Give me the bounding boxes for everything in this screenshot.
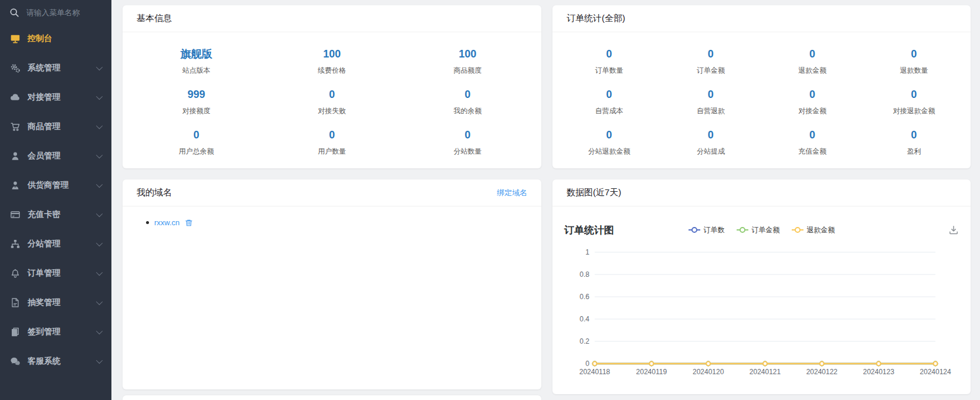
stat-label: 对接额度 bbox=[128, 106, 264, 116]
svg-text:20240121: 20240121 bbox=[750, 368, 781, 376]
sidebar-item-label: 订单管理 bbox=[28, 268, 60, 279]
sidebar-item[interactable]: 客服系统 bbox=[0, 347, 111, 376]
svg-text:0.8: 0.8 bbox=[579, 270, 589, 279]
stat-label: 充值金额 bbox=[762, 147, 863, 157]
card-title: 我的域名 bbox=[137, 187, 172, 198]
stat-label: 分站退款金额 bbox=[558, 147, 660, 157]
chevron-down-icon bbox=[96, 152, 103, 158]
sidebar-item-label: 供货商管理 bbox=[28, 180, 69, 191]
stat-cell: 0 自营退款 bbox=[660, 89, 761, 116]
stat-cell: 0 对接失败 bbox=[264, 89, 399, 116]
sidebar-item-label: 抽奖管理 bbox=[28, 297, 60, 308]
stat-cell: 0 分站数量 bbox=[400, 129, 535, 157]
chart-card: 数据图(近7天) 订单统计图 订单数 订单金额 bbox=[552, 179, 971, 394]
basic-info-stats: 旗舰版 站点版本 100 续费价格 100 商品额度 999 对接额度 0 对接… bbox=[123, 32, 541, 167]
bell-icon bbox=[10, 268, 21, 279]
legend-item[interactable]: 退款金额 bbox=[792, 225, 835, 235]
card-title: 基本信息 bbox=[137, 13, 172, 24]
lottery-file-icon bbox=[10, 297, 21, 308]
sign-in-icon bbox=[10, 327, 21, 337]
gears-icon bbox=[10, 63, 21, 73]
svg-text:20240120: 20240120 bbox=[693, 368, 724, 376]
sidebar-item[interactable]: 充值卡密 bbox=[0, 200, 111, 229]
stat-cell: 100 续费价格 bbox=[264, 48, 399, 76]
sidebar-item[interactable]: 商品管理 bbox=[0, 112, 111, 141]
stat-value: 100 bbox=[400, 48, 535, 60]
stat-cell: 0 对接退款金额 bbox=[863, 89, 965, 116]
next-card-peek bbox=[123, 395, 541, 400]
legend-label: 订单数 bbox=[704, 225, 725, 235]
legend-item[interactable]: 订单数 bbox=[689, 225, 725, 235]
stat-value: 0 bbox=[762, 48, 863, 60]
svg-text:0: 0 bbox=[585, 360, 589, 368]
monitor-icon bbox=[10, 33, 21, 44]
trash-icon[interactable] bbox=[185, 219, 193, 227]
sidebar-item-label: 会员管理 bbox=[28, 151, 60, 161]
svg-text:0.6: 0.6 bbox=[579, 293, 589, 301]
card-title: 数据图(近7天) bbox=[567, 187, 621, 198]
stat-value: 0 bbox=[264, 129, 399, 141]
stat-label: 退款金额 bbox=[762, 66, 863, 76]
sidebar-item[interactable]: 供货商管理 bbox=[0, 171, 111, 200]
sidebar-item[interactable]: 分站管理 bbox=[0, 229, 111, 259]
legend-label: 退款金额 bbox=[807, 225, 835, 235]
chevron-down-icon bbox=[96, 64, 103, 70]
legend-item[interactable]: 订单金额 bbox=[737, 225, 780, 235]
chart-legend: 订单数 订单金额 退款金额 bbox=[689, 225, 835, 235]
stat-label: 分站数量 bbox=[400, 147, 535, 157]
domains-header: 我的域名 绑定域名 bbox=[123, 179, 541, 206]
main-content: 基本信息 旗舰版 站点版本 100 续费价格 100 商品额度 999 对接额度 bbox=[111, 0, 980, 400]
stat-value: 0 bbox=[264, 89, 399, 100]
sidebar-item[interactable]: 订单管理 bbox=[0, 259, 111, 288]
svg-text:20240123: 20240123 bbox=[863, 368, 894, 376]
stat-value: 0 bbox=[762, 89, 863, 100]
credit-card-icon bbox=[10, 209, 21, 220]
stat-value: 0 bbox=[558, 48, 660, 60]
stat-value: 0 bbox=[128, 129, 264, 141]
chevron-down-icon bbox=[96, 93, 103, 100]
stat-value: 0 bbox=[863, 89, 965, 100]
sidebar-item[interactable]: 签到管理 bbox=[0, 317, 111, 347]
domain-link[interactable]: rxxw.cn bbox=[154, 218, 179, 227]
sidebar-item[interactable]: 控制台 bbox=[0, 24, 111, 53]
sidebar-item[interactable]: 抽奖管理 bbox=[0, 288, 111, 317]
stat-value: 0 bbox=[660, 48, 761, 60]
order-stats-grid: 0 订单数量 0 订单金额 0 退款金额 0 退款数量 0 自营成本 bbox=[552, 32, 971, 167]
stat-value: 0 bbox=[660, 129, 761, 141]
cloud-icon bbox=[10, 92, 21, 103]
stat-cell: 0 退款金额 bbox=[762, 48, 863, 76]
stat-value: 0 bbox=[558, 129, 660, 141]
sidebar-nav: 控制台 系统管理 对接管理 商品管理 会员管理 bbox=[0, 24, 111, 400]
sidebar-item-label: 对接管理 bbox=[28, 92, 60, 103]
sidebar-item[interactable]: 会员管理 bbox=[0, 141, 111, 171]
stat-cell: 0 自营成本 bbox=[558, 89, 660, 116]
stat-label: 我的余额 bbox=[400, 106, 535, 116]
stat-label: 自营退款 bbox=[660, 106, 761, 116]
chart-body: 订单统计图 订单数 订单金额 退款金额 bbox=[552, 206, 971, 386]
supplier-icon bbox=[10, 180, 21, 191]
stat-value: 0 bbox=[400, 129, 535, 141]
stat-cell: 100 商品额度 bbox=[400, 48, 535, 76]
sidebar-item[interactable]: 对接管理 bbox=[0, 83, 111, 112]
chevron-down-icon bbox=[96, 240, 103, 246]
stat-value: 0 bbox=[863, 48, 965, 60]
basic-info-header: 基本信息 bbox=[123, 5, 541, 32]
stat-value: 0 bbox=[762, 129, 863, 141]
card-title: 订单统计(全部) bbox=[567, 13, 625, 24]
bind-domain-link[interactable]: 绑定域名 bbox=[497, 188, 527, 198]
legend-label: 订单金额 bbox=[752, 225, 780, 235]
stat-label: 对接金额 bbox=[762, 106, 863, 116]
stat-cell: 0 退款数量 bbox=[863, 48, 965, 76]
basic-info-card: 基本信息 旗舰版 站点版本 100 续费价格 100 商品额度 999 对接额度 bbox=[123, 5, 541, 168]
sidebar-item-label: 分站管理 bbox=[28, 239, 60, 249]
stat-cell: 0 对接金额 bbox=[762, 89, 863, 116]
stat-label: 续费价格 bbox=[264, 66, 399, 76]
svg-text:20240119: 20240119 bbox=[636, 368, 667, 376]
stat-cell: 0 我的余额 bbox=[400, 89, 535, 116]
download-icon[interactable] bbox=[948, 225, 959, 235]
chart-head: 订单统计图 订单数 订单金额 退款金额 bbox=[564, 223, 959, 237]
stat-cell: 0 分站提成 bbox=[660, 129, 761, 157]
search-input[interactable] bbox=[25, 8, 103, 18]
sidebar-item[interactable]: 系统管理 bbox=[0, 53, 111, 83]
legend-marker-icon bbox=[792, 229, 803, 230]
